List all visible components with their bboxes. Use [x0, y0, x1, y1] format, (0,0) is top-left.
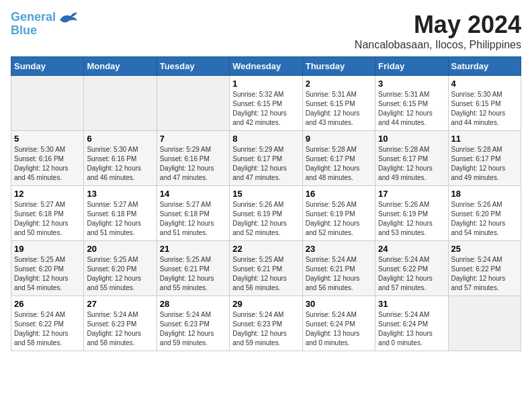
calendar-cell: 24Sunrise: 5:24 AM Sunset: 6:22 PM Dayli…: [375, 241, 448, 296]
title-section: May 2024 Nancalobasaan, Ilocos, Philippi…: [355, 11, 521, 51]
day-info: Sunrise: 5:27 AM Sunset: 6:18 PM Dayligh…: [160, 200, 226, 238]
calendar-cell: 30Sunrise: 5:24 AM Sunset: 6:24 PM Dayli…: [302, 296, 375, 351]
calendar-table: SundayMondayTuesdayWednesdayThursdayFrid…: [11, 56, 521, 351]
day-info: Sunrise: 5:24 AM Sunset: 6:22 PM Dayligh…: [14, 310, 81, 348]
day-info: Sunrise: 5:29 AM Sunset: 6:16 PM Dayligh…: [160, 145, 226, 183]
day-number: 25: [451, 244, 518, 254]
calendar-cell: 10Sunrise: 5:28 AM Sunset: 6:17 PM Dayli…: [375, 131, 448, 186]
calendar-cell: [84, 76, 157, 131]
day-info: Sunrise: 5:24 AM Sunset: 6:23 PM Dayligh…: [160, 310, 226, 348]
weekday-header-monday: Monday: [84, 57, 157, 76]
day-number: 11: [451, 134, 518, 144]
calendar-cell: 29Sunrise: 5:24 AM Sunset: 6:23 PM Dayli…: [230, 296, 302, 351]
calendar-cell: 27Sunrise: 5:24 AM Sunset: 6:23 PM Dayli…: [84, 296, 157, 351]
weekday-header-saturday: Saturday: [448, 57, 521, 76]
day-number: 12: [14, 189, 81, 199]
calendar-header-row: SundayMondayTuesdayWednesdayThursdayFrid…: [11, 57, 521, 76]
month-title: May 2024: [355, 11, 521, 39]
day-info: Sunrise: 5:27 AM Sunset: 6:18 PM Dayligh…: [14, 200, 81, 238]
day-number: 7: [160, 134, 226, 144]
calendar-cell: 9Sunrise: 5:28 AM Sunset: 6:17 PM Daylig…: [302, 131, 375, 186]
logo: General Blue: [11, 11, 79, 38]
calendar-cell: 15Sunrise: 5:26 AM Sunset: 6:19 PM Dayli…: [230, 186, 302, 241]
day-info: Sunrise: 5:26 AM Sunset: 6:19 PM Dayligh…: [306, 200, 372, 238]
day-number: 3: [378, 79, 445, 89]
day-info: Sunrise: 5:32 AM Sunset: 6:15 PM Dayligh…: [232, 90, 299, 128]
day-info: Sunrise: 5:24 AM Sunset: 6:24 PM Dayligh…: [378, 310, 445, 348]
day-info: Sunrise: 5:24 AM Sunset: 6:24 PM Dayligh…: [306, 310, 372, 348]
calendar-cell: 3Sunrise: 5:31 AM Sunset: 6:15 PM Daylig…: [375, 76, 448, 131]
page-header: General Blue May 2024 Nancalobasaan, Ilo…: [11, 11, 521, 51]
calendar-week-1: 1Sunrise: 5:32 AM Sunset: 6:15 PM Daylig…: [11, 76, 521, 131]
calendar-cell: 2Sunrise: 5:31 AM Sunset: 6:15 PM Daylig…: [302, 76, 375, 131]
calendar-cell: 17Sunrise: 5:26 AM Sunset: 6:19 PM Dayli…: [375, 186, 448, 241]
calendar-cell: 22Sunrise: 5:25 AM Sunset: 6:21 PM Dayli…: [230, 241, 302, 296]
calendar-week-5: 26Sunrise: 5:24 AM Sunset: 6:22 PM Dayli…: [11, 296, 521, 351]
day-number: 22: [232, 244, 299, 254]
calendar-week-4: 19Sunrise: 5:25 AM Sunset: 6:20 PM Dayli…: [11, 241, 521, 296]
day-number: 17: [378, 189, 445, 199]
day-number: 30: [306, 299, 372, 309]
day-number: 8: [232, 134, 299, 144]
day-info: Sunrise: 5:26 AM Sunset: 6:19 PM Dayligh…: [378, 200, 445, 238]
weekday-header-wednesday: Wednesday: [230, 57, 302, 76]
day-number: 24: [378, 244, 445, 254]
weekday-header-friday: Friday: [375, 57, 448, 76]
calendar-cell: 5Sunrise: 5:30 AM Sunset: 6:16 PM Daylig…: [11, 131, 84, 186]
day-number: 18: [451, 189, 518, 199]
day-info: Sunrise: 5:29 AM Sunset: 6:17 PM Dayligh…: [232, 145, 299, 183]
day-info: Sunrise: 5:31 AM Sunset: 6:15 PM Dayligh…: [306, 90, 372, 128]
day-info: Sunrise: 5:24 AM Sunset: 6:22 PM Dayligh…: [378, 255, 445, 293]
day-number: 6: [87, 134, 153, 144]
day-number: 15: [232, 189, 299, 199]
location-subtitle: Nancalobasaan, Ilocos, Philippines: [355, 39, 521, 51]
day-number: 9: [306, 134, 372, 144]
calendar-cell: 6Sunrise: 5:30 AM Sunset: 6:16 PM Daylig…: [84, 131, 157, 186]
day-info: Sunrise: 5:30 AM Sunset: 6:16 PM Dayligh…: [87, 145, 153, 183]
calendar-cell: [157, 76, 229, 131]
day-number: 13: [87, 189, 153, 199]
day-info: Sunrise: 5:27 AM Sunset: 6:18 PM Dayligh…: [87, 200, 153, 238]
calendar-cell: [11, 76, 84, 131]
weekday-header-tuesday: Tuesday: [157, 57, 229, 76]
day-number: 14: [160, 189, 226, 199]
calendar-cell: 19Sunrise: 5:25 AM Sunset: 6:20 PM Dayli…: [11, 241, 84, 296]
calendar-cell: 26Sunrise: 5:24 AM Sunset: 6:22 PM Dayli…: [11, 296, 84, 351]
weekday-header-sunday: Sunday: [11, 57, 84, 76]
day-number: 19: [14, 244, 81, 254]
day-info: Sunrise: 5:24 AM Sunset: 6:21 PM Dayligh…: [306, 255, 372, 293]
day-number: 10: [378, 134, 445, 144]
calendar-cell: 8Sunrise: 5:29 AM Sunset: 6:17 PM Daylig…: [230, 131, 302, 186]
day-info: Sunrise: 5:24 AM Sunset: 6:22 PM Dayligh…: [451, 255, 518, 293]
day-number: 4: [451, 79, 518, 89]
day-number: 31: [378, 299, 445, 309]
calendar-week-3: 12Sunrise: 5:27 AM Sunset: 6:18 PM Dayli…: [11, 186, 521, 241]
day-number: 27: [87, 299, 153, 309]
calendar-cell: 20Sunrise: 5:25 AM Sunset: 6:20 PM Dayli…: [84, 241, 157, 296]
logo-text: General Blue: [11, 11, 56, 38]
calendar-cell: 11Sunrise: 5:28 AM Sunset: 6:17 PM Dayli…: [448, 131, 521, 186]
day-info: Sunrise: 5:31 AM Sunset: 6:15 PM Dayligh…: [378, 90, 445, 128]
day-info: Sunrise: 5:26 AM Sunset: 6:19 PM Dayligh…: [232, 200, 299, 238]
calendar-cell: 14Sunrise: 5:27 AM Sunset: 6:18 PM Dayli…: [157, 186, 229, 241]
calendar-cell: 25Sunrise: 5:24 AM Sunset: 6:22 PM Dayli…: [448, 241, 521, 296]
day-number: 2: [306, 79, 372, 89]
day-info: Sunrise: 5:25 AM Sunset: 6:20 PM Dayligh…: [14, 255, 81, 293]
day-number: 5: [14, 134, 81, 144]
day-number: 21: [160, 244, 226, 254]
day-info: Sunrise: 5:30 AM Sunset: 6:16 PM Dayligh…: [14, 145, 81, 183]
day-info: Sunrise: 5:25 AM Sunset: 6:21 PM Dayligh…: [160, 255, 226, 293]
day-info: Sunrise: 5:25 AM Sunset: 6:21 PM Dayligh…: [232, 255, 299, 293]
calendar-cell: 28Sunrise: 5:24 AM Sunset: 6:23 PM Dayli…: [157, 296, 229, 351]
day-number: 16: [306, 189, 372, 199]
day-info: Sunrise: 5:24 AM Sunset: 6:23 PM Dayligh…: [232, 310, 299, 348]
logo-bird-icon: [58, 11, 79, 26]
calendar-cell: 4Sunrise: 5:30 AM Sunset: 6:15 PM Daylig…: [448, 76, 521, 131]
day-info: Sunrise: 5:28 AM Sunset: 6:17 PM Dayligh…: [451, 145, 518, 183]
calendar-cell: 7Sunrise: 5:29 AM Sunset: 6:16 PM Daylig…: [157, 131, 229, 186]
day-info: Sunrise: 5:28 AM Sunset: 6:17 PM Dayligh…: [378, 145, 445, 183]
calendar-cell: [448, 296, 521, 351]
day-number: 26: [14, 299, 81, 309]
calendar-cell: 1Sunrise: 5:32 AM Sunset: 6:15 PM Daylig…: [230, 76, 302, 131]
logo-blue: Blue: [11, 24, 37, 37]
